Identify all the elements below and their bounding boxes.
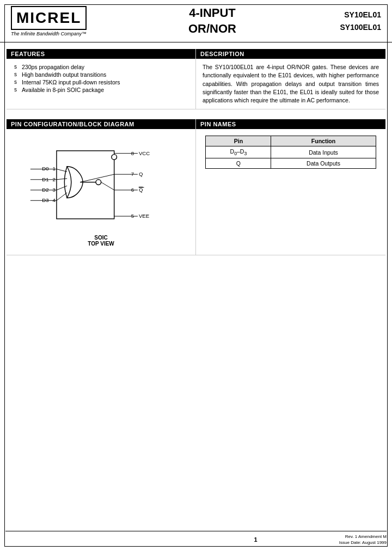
feature-item-2: High bandwidth output transitions [13,71,189,78]
rev-text: Rev. 1 Amendment M [339,534,387,540]
footer-revision: Rev. 1 Amendment M Issue Date: August 19… [339,534,387,546]
feature-item-4: Available in 8-pin SOIC package [13,86,189,94]
feature-item-3: Internal 75KΩ input pull-down resistors [13,78,189,86]
features-content: 230ps propagation delay High bandwidth o… [7,59,195,98]
page-number: 1 [172,536,339,543]
issue-text: Issue Date: August 1999 [339,540,387,546]
footer: 1 Rev. 1 Amendment M Issue Date: August … [5,531,387,546]
feature-item-1: 230ps propagation delay [13,63,189,71]
features-list: 230ps propagation delay High bandwidth o… [13,63,189,94]
